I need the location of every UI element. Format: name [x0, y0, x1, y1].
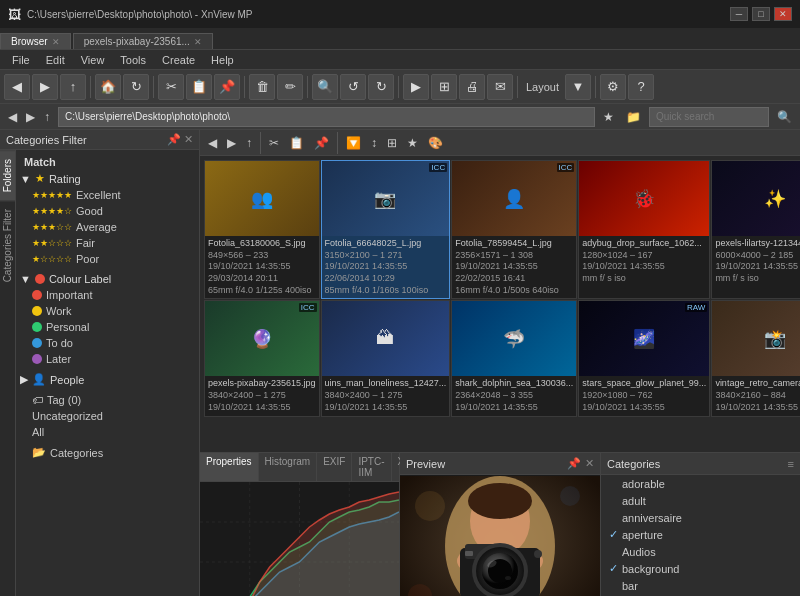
address-input[interactable] [58, 107, 595, 127]
colour-later[interactable]: Later [20, 351, 195, 367]
thumb-cell-0[interactable]: 👥 Fotolia_63180006_S.jpg 849×566 – 233 1… [204, 160, 320, 299]
tb-print-button[interactable]: 🖨 [459, 74, 485, 100]
side-tab-categories-filter[interactable]: Categories Filter [0, 200, 15, 290]
maximize-button[interactable]: □ [752, 7, 770, 21]
menu-create[interactable]: Create [154, 52, 203, 68]
menu-view[interactable]: View [73, 52, 113, 68]
cat-item-aperture[interactable]: ✓ aperture [601, 526, 800, 543]
thumb-sort-button[interactable]: ↕ [367, 135, 381, 151]
thumb-cell-8[interactable]: 🌌 RAW stars_space_glow_planet_99... 1920… [578, 300, 710, 416]
cat-item-background[interactable]: ✓ background [601, 560, 800, 577]
thumb-copy-button[interactable]: 📋 [285, 135, 308, 151]
colour-important[interactable]: Important [20, 287, 195, 303]
addr-forward-button[interactable]: ▶ [22, 109, 39, 125]
tb-refresh-button[interactable]: ↻ [123, 74, 149, 100]
info-tab-iptc[interactable]: IPTC-IIM [352, 453, 391, 481]
info-tab-exif[interactable]: EXIF [317, 453, 352, 481]
browser-tab[interactable]: Browser ✕ [0, 33, 71, 49]
tb-paste-button[interactable]: 📌 [214, 74, 240, 100]
search-go-button[interactable]: 🔍 [773, 109, 796, 125]
tb-back-button[interactable]: ◀ [4, 74, 30, 100]
thumb-cell-6[interactable]: 🏔 uins_man_loneliness_12427... 3840×2400… [321, 300, 451, 416]
side-tab-folders[interactable]: Folders [0, 150, 15, 200]
tb-rotate-left-button[interactable]: ↺ [340, 74, 366, 100]
info-tab-properties[interactable]: Properties [200, 453, 259, 481]
thumbnail-area[interactable]: 👥 Fotolia_63180006_S.jpg 849×566 – 233 1… [200, 156, 800, 452]
colour-work[interactable]: Work [20, 303, 195, 319]
colour-work-label: Work [46, 305, 71, 317]
thumb-star-button[interactable]: ★ [403, 135, 422, 151]
tb-home-button[interactable]: 🏠 [95, 74, 121, 100]
thumb-cell-7[interactable]: 🦈 shark_dolphin_sea_130036... 2364×2048 … [451, 300, 577, 416]
tb-up-button[interactable]: ↑ [60, 74, 86, 100]
search-input[interactable] [649, 107, 769, 127]
cat-item-bar[interactable]: ✓ bar [601, 577, 800, 594]
addr-back-button[interactable]: ◀ [4, 109, 21, 125]
browser-tab-close[interactable]: ✕ [52, 37, 60, 47]
thumb-forward-button[interactable]: ▶ [223, 135, 240, 151]
addr-star-button[interactable]: ★ [599, 109, 618, 125]
special-uncategorized[interactable]: Uncategorized [20, 408, 195, 424]
cat-filter-close-icon[interactable]: ✕ [184, 133, 193, 146]
tb-layout-dropdown[interactable]: ▼ [565, 74, 591, 100]
tb-delete-button[interactable]: 🗑 [249, 74, 275, 100]
rating-average[interactable]: ★★★☆☆ Average [20, 219, 195, 235]
rating-fair[interactable]: ★★☆☆☆ Fair [20, 235, 195, 251]
menu-tools[interactable]: Tools [112, 52, 154, 68]
colour-todo[interactable]: To do [20, 335, 195, 351]
menu-edit[interactable]: Edit [38, 52, 73, 68]
tb-email-button[interactable]: ✉ [487, 74, 513, 100]
thumb-cell-3[interactable]: 🐞 adybug_drop_surface_1062... 1280×1024 … [578, 160, 710, 299]
cat-item-adult[interactable]: ✓ adult [601, 492, 800, 509]
people-header[interactable]: ▶ 👤 People [20, 371, 195, 388]
colour-header[interactable]: ▼ Colour Label [20, 271, 195, 287]
special-all[interactable]: All [20, 424, 195, 440]
thumb-view-button[interactable]: ⊞ [383, 135, 401, 151]
thumb-paste-button[interactable]: 📌 [310, 135, 333, 151]
cat-item-adorable[interactable]: ✓ adorable [601, 475, 800, 492]
tb-forward-button[interactable]: ▶ [32, 74, 58, 100]
categories-link[interactable]: 📂 Categories [20, 444, 195, 461]
colour-personal[interactable]: Personal [20, 319, 195, 335]
thumb-filter-button[interactable]: 🔽 [342, 135, 365, 151]
thumb-cell-4[interactable]: ✨ pexels-lilartsy-1213447.jpg 6000×4000 … [711, 160, 800, 299]
special-tag[interactable]: 🏷 Tag (0) [20, 392, 195, 408]
menu-help[interactable]: Help [203, 52, 242, 68]
thumb-color-button[interactable]: 🎨 [424, 135, 447, 151]
cat-filter-pin-icon[interactable]: 📌 [167, 133, 181, 146]
cat-item-audios[interactable]: ✓ Audios [601, 543, 800, 560]
menu-file[interactable]: File [4, 52, 38, 68]
tb-compare-button[interactable]: ⊞ [431, 74, 457, 100]
rating-poor[interactable]: ★☆☆☆☆ Poor [20, 251, 195, 267]
svg-point-13 [468, 483, 532, 519]
tb-help-button[interactable]: ? [628, 74, 654, 100]
tb-rotate-right-button[interactable]: ↻ [368, 74, 394, 100]
thumb-cut-button[interactable]: ✂ [265, 135, 283, 151]
thumb-cell-2[interactable]: 👤 ICC Fotolia_78599454_L.jpg 2356×1571 –… [451, 160, 577, 299]
thumb-back-button[interactable]: ◀ [204, 135, 221, 151]
file-tab[interactable]: pexels-pixabay-23561... ✕ [73, 33, 213, 49]
preview-close-icon[interactable]: ✕ [585, 457, 594, 470]
tb-cut-button[interactable]: ✂ [158, 74, 184, 100]
tb-rename-button[interactable]: ✏ [277, 74, 303, 100]
rating-good[interactable]: ★★★★☆ Good [20, 203, 195, 219]
thumb-up-button[interactable]: ↑ [242, 135, 256, 151]
tb-slideshow-button[interactable]: ▶ [403, 74, 429, 100]
rating-excellent[interactable]: ★★★★★ Excellent [20, 187, 195, 203]
addr-folder-button[interactable]: 📁 [622, 109, 645, 125]
addr-up-button[interactable]: ↑ [40, 109, 54, 125]
thumb-cell-5[interactable]: 🔮 ICC pexels-pixabay-235615.jpg 3840×240… [204, 300, 320, 416]
minimize-button[interactable]: ─ [730, 7, 748, 21]
tb-settings-button[interactable]: ⚙ [600, 74, 626, 100]
tb-zoom-in-button[interactable]: 🔍 [312, 74, 338, 100]
thumb-cell-1[interactable]: 📷 ICC Fotolia_66648025_L.jpg 3150×2100 –… [321, 160, 451, 299]
rating-header[interactable]: ▼ ★ Rating [20, 170, 195, 187]
close-button[interactable]: ✕ [774, 7, 792, 21]
info-tab-histogram[interactable]: Histogram [259, 453, 318, 481]
thumb-cell-9[interactable]: 📸 vintage_retro_camera_1265... 3840×2160… [711, 300, 800, 416]
file-tab-close[interactable]: ✕ [194, 37, 202, 47]
cat-panel-menu-icon[interactable]: ≡ [788, 458, 794, 470]
cat-item-anniversaire[interactable]: ✓ anniversaire [601, 509, 800, 526]
tb-copy-button[interactable]: 📋 [186, 74, 212, 100]
preview-pin-icon[interactable]: 📌 [567, 457, 581, 470]
